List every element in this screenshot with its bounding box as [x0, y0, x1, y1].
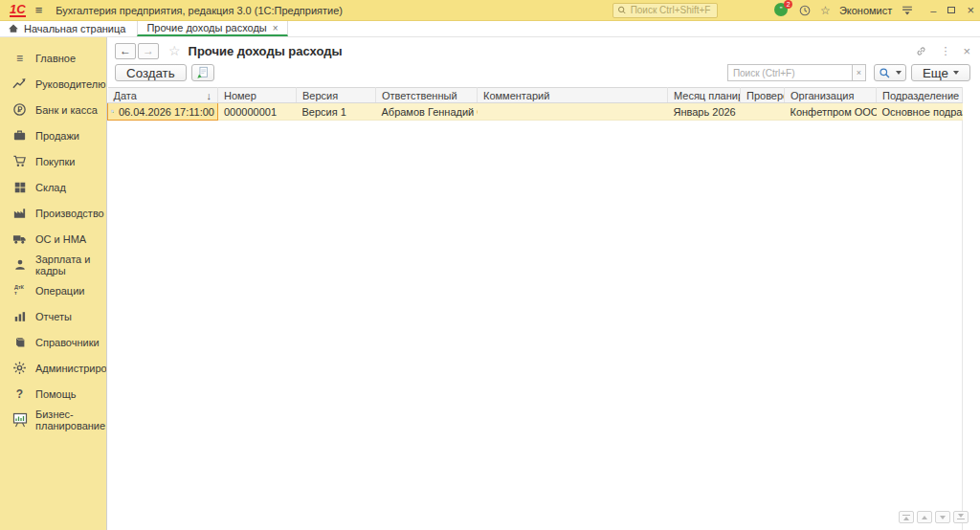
favorites-icon[interactable]: ☆ — [820, 4, 831, 17]
column-header-version[interactable]: Версия — [297, 88, 376, 103]
sidebar-item-glavnoe[interactable]: ≡Главное — [0, 45, 106, 71]
sidebar-item-otchety[interactable]: Отчеты — [0, 303, 106, 329]
barchart-icon — [11, 310, 28, 323]
restore-button[interactable] — [947, 7, 955, 13]
cell-checked[interactable] — [741, 103, 785, 121]
cell-number[interactable]: 000000001 — [218, 103, 297, 121]
get-link-icon[interactable] — [915, 45, 927, 57]
page-down-button[interactable] — [935, 511, 950, 523]
create-by-copy-button[interactable] — [191, 64, 214, 81]
sidebar-item-zarplata-i-kadry[interactable]: Зарплата и кадры — [0, 252, 106, 277]
sidebar-item-bank-i-kassa[interactable]: Банк и касса — [0, 97, 106, 122]
global-search[interactable] — [612, 3, 718, 18]
sidebar-item-spravochniki[interactable]: Справочники — [0, 329, 106, 355]
sidebar-item-sklad[interactable]: Склад — [0, 174, 106, 200]
search-options-button[interactable] — [874, 64, 906, 81]
cell-comment[interactable] — [478, 103, 668, 121]
cell-responsible[interactable]: Абрамов Геннадий Сер... — [376, 103, 478, 121]
go-to-top-button[interactable] — [899, 511, 914, 523]
active-tab-label: Прочие доходы расходы — [146, 22, 266, 33]
table-header-row: Дата↓ Номер Версия Ответственный Коммент… — [108, 88, 963, 103]
book-icon — [11, 336, 28, 349]
column-header-checked[interactable]: Проверен — [741, 88, 785, 103]
app-title: Бухгалтерия предприятия, редакция 3.0 (1… — [56, 5, 343, 16]
clear-search-icon[interactable]: × — [852, 64, 866, 81]
sections-panel: ≡Главное Руководителю Банк и касса Прода… — [0, 37, 106, 530]
page-title: Прочие доходы расходы — [189, 44, 343, 58]
gear-icon — [11, 361, 28, 375]
cell-month[interactable]: Январь 2026 — [668, 103, 741, 121]
copy-document-icon — [196, 66, 210, 79]
main-content: ← → ☆ Прочие доходы расходы ⋮ × Создать … — [106, 37, 980, 530]
sidebar-item-os-i-nma[interactable]: ОС и НМА — [0, 226, 106, 252]
service-menu-icon[interactable] — [901, 4, 914, 16]
close-window-button[interactable]: × — [967, 3, 974, 17]
sidebar-item-proizvodstvo[interactable]: Производство — [0, 200, 106, 226]
help-icon: ? — [11, 387, 28, 401]
minimize-button[interactable]: – — [930, 5, 936, 16]
trend-icon — [11, 77, 28, 91]
main-menu-icon[interactable]: ≡ — [35, 3, 43, 17]
document-icon — [111, 105, 115, 118]
truck-icon — [11, 232, 28, 246]
history-icon[interactable] — [798, 4, 812, 17]
go-to-end-button[interactable] — [953, 511, 969, 523]
notification-badge: 2 — [784, 0, 792, 9]
menu-lines-icon: ≡ — [11, 52, 28, 65]
tab-home[interactable]: Начальная страница — [0, 21, 137, 36]
home-tab-label: Начальная страница — [24, 23, 125, 34]
sidebar-item-pokupki[interactable]: Покупки — [0, 148, 106, 174]
column-header-number[interactable]: Номер — [218, 88, 297, 103]
dropdown-caret-icon — [896, 71, 902, 75]
dropdown-caret-icon — [953, 71, 959, 75]
sidebar-item-pomosch[interactable]: ?Помощь — [0, 381, 106, 407]
window-titlebar: 1С ≡ Бухгалтерия предприятия, редакция 3… — [0, 0, 980, 21]
global-search-input[interactable] — [631, 5, 713, 15]
list-pagination — [899, 511, 969, 523]
list-search-input[interactable] — [727, 64, 852, 81]
tab-other-income-expenses[interactable]: Прочие доходы расходы × — [137, 21, 287, 36]
boxes-icon — [11, 181, 28, 194]
column-header-department[interactable]: Подразделение — [877, 88, 963, 103]
discussions-icon[interactable]: ” 2 — [774, 3, 790, 17]
column-header-responsible[interactable]: Ответственный — [376, 88, 478, 103]
sidebar-item-rukovoditelyu[interactable]: Руководителю — [0, 71, 106, 97]
tab-bar: Начальная страница Прочие доходы расходы… — [0, 21, 980, 37]
1c-logo: 1С — [10, 4, 26, 17]
more-button[interactable]: Еще — [911, 64, 970, 81]
current-user[interactable]: Экономист — [839, 5, 892, 16]
list-body-area — [107, 121, 963, 530]
column-header-month[interactable]: Месяц планирования — [668, 88, 741, 103]
coin-icon — [11, 102, 28, 117]
cell-date[interactable]: 06.04.2026 17:11:00 — [108, 103, 218, 121]
cell-department[interactable]: Основное подразделение — [877, 103, 963, 121]
add-to-favorites-icon[interactable]: ☆ — [168, 43, 181, 58]
documents-list: Дата↓ Номер Версия Ответственный Коммент… — [107, 87, 980, 530]
presentation-icon — [11, 412, 28, 428]
cart-icon — [11, 154, 28, 168]
table-row[interactable]: 06.04.2026 17:11:00 000000001 Версия 1 А… — [108, 103, 963, 121]
tab-close-icon[interactable]: × — [273, 23, 278, 33]
page-up-button[interactable] — [917, 511, 932, 523]
column-header-comment[interactable]: Комментарий — [478, 88, 668, 103]
sidebar-item-prodazhi[interactable]: Продажи — [0, 122, 106, 148]
create-button[interactable]: Создать — [115, 64, 187, 81]
close-form-icon[interactable]: × — [963, 44, 970, 58]
back-button[interactable]: ← — [115, 43, 136, 59]
sidebar-item-operatsii[interactable]: ДтКтОперации — [0, 277, 106, 303]
column-header-date[interactable]: Дата↓ — [108, 88, 218, 103]
search-icon — [617, 5, 627, 15]
more-commands-icon[interactable]: ⋮ — [940, 45, 950, 57]
cell-organization[interactable]: Конфетпром ООО — [785, 103, 877, 121]
forward-button[interactable]: → — [138, 43, 159, 59]
magnifier-icon — [879, 67, 891, 79]
cell-version[interactable]: Версия 1 — [297, 103, 376, 121]
briefcase-icon — [11, 128, 28, 143]
debit-credit-icon: ДтКт — [11, 285, 28, 296]
factory-icon — [11, 206, 28, 220]
sidebar-item-biznes-planirovanie[interactable]: Бизнес-планирование — [0, 407, 106, 432]
column-header-organization[interactable]: Организация — [785, 88, 877, 103]
home-icon — [8, 23, 19, 34]
person-icon — [11, 258, 28, 272]
sidebar-item-administrirovanie[interactable]: Администрирование — [0, 355, 106, 381]
